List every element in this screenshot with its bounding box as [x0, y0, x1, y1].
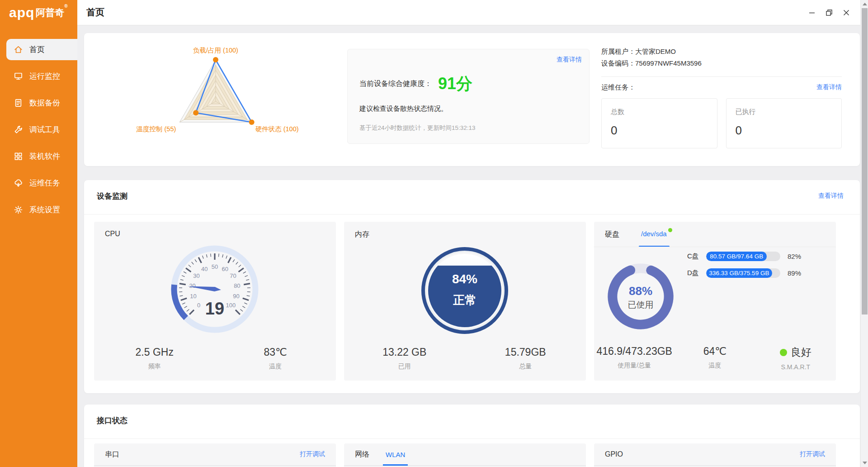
partition-bar-track: 80.57 GB/97.64 GB	[706, 252, 780, 261]
disk-device-tab[interactable]: /dev/sda	[641, 230, 667, 238]
vertical-scrollbar[interactable]	[860, 0, 868, 467]
tenant-info: 所属租户：大管家DEMO 设备编码：756997NWF45M3596 运维任务：…	[601, 46, 842, 148]
scrollbar-thumb[interactable]	[862, 8, 868, 315]
wrench-icon	[13, 124, 24, 135]
metric: 15.79GB总量	[465, 346, 586, 371]
partition-percent: 89%	[788, 269, 801, 277]
svg-text:负载/占用 (100): 负载/占用 (100)	[193, 47, 238, 54]
device-code-line: 设备编码：756997NWF45M3596	[601, 57, 842, 69]
health-score-label: 当前设备综合健康度：	[359, 79, 432, 89]
svg-text:60: 60	[222, 266, 228, 272]
health-radar-chart: 负载/占用 (100)温度控制 (55)硬件状态 (100)	[107, 33, 324, 169]
memory-card-title: 内存	[355, 230, 369, 239]
svg-text:19: 19	[205, 299, 224, 318]
interface-card-title: GPIO	[605, 450, 623, 458]
partition-name: D盘	[687, 269, 706, 277]
smart-status-dot	[780, 349, 787, 356]
metric: 13.22 GB已用	[344, 346, 465, 371]
interface-grid: 串口打开调试网络WLANGPIO打开调试	[94, 443, 836, 467]
close-icon[interactable]	[840, 6, 853, 19]
memory-metrics: 13.22 GB已用15.79GB总量	[344, 346, 586, 371]
interface-card-title: 网络	[355, 450, 369, 459]
cpu-card: CPU 010203040506070809010019 2.5 GHz频率83…	[94, 222, 336, 381]
sidebar-item-settings[interactable]: 系统设置	[6, 199, 77, 220]
monitor-icon	[13, 71, 24, 82]
metric: 416.9/473.23GB使用量/总量	[594, 345, 675, 371]
disk-donut-chart: 88%已使用	[602, 258, 679, 335]
tenant-owner-value: 大管家DEMO	[635, 48, 676, 55]
sidebar-item-backup[interactable]: 数据备份	[6, 92, 77, 114]
home-icon	[13, 44, 24, 55]
metric-label: 温度	[675, 362, 755, 370]
page-title: 首页	[86, 6, 104, 19]
metric-label: 温度	[215, 362, 336, 371]
interface-card-header: 网络WLAN	[344, 443, 586, 466]
ops-tasks-detail-link[interactable]: 查看详情	[816, 83, 842, 92]
svg-text:40: 40	[201, 266, 208, 272]
metric-value: 13.22 GB	[344, 346, 465, 358]
sidebar-item-software[interactable]: 装机软件	[6, 146, 77, 167]
cloud-down-icon	[13, 178, 24, 189]
svg-text:100: 100	[226, 302, 236, 309]
cpu-metrics: 2.5 GHz频率83℃温度	[94, 346, 336, 371]
open-debug-link[interactable]: 打开调试	[800, 450, 825, 458]
health-advice: 建议检查设备散热状态情况。	[359, 105, 448, 113]
sidebar-item-monitor[interactable]: 运行监控	[6, 66, 77, 87]
logo-brand-text: 阿普奇®	[36, 6, 67, 19]
restore-icon[interactable]	[823, 6, 835, 19]
metric: 64℃温度	[675, 345, 755, 371]
ops-task-stats: 总数0已执行0	[601, 98, 842, 148]
scroll-down-arrow-icon[interactable]	[863, 462, 867, 464]
svg-text:20: 20	[189, 282, 195, 289]
health-score-value: 91分	[438, 73, 472, 95]
interface-card-gpio: GPIO打开调试	[594, 443, 836, 467]
titlebar: 首页	[77, 0, 868, 25]
task-stat-box: 总数0	[601, 98, 717, 148]
partition-bar-fill: 80.57 GB/97.64 GB	[706, 252, 767, 261]
metric-label: 总量	[465, 362, 586, 371]
memory-card: 内存 84%正常 13.22 GB已用15.79GB总量	[344, 222, 586, 381]
gear-icon	[13, 205, 24, 215]
metric-value: 416.9/473.23GB	[594, 345, 675, 357]
grid-icon	[13, 151, 24, 162]
health-panel: 查看详情 当前设备综合健康度： 91分 建议检查设备散热状态情况。 基于近24小…	[347, 49, 590, 144]
interface-status-card: 接口状态 串口打开调试网络WLANGPIO打开调试	[84, 405, 860, 467]
interface-card-serial: 串口打开调试	[94, 443, 336, 467]
interface-divider	[84, 438, 860, 439]
scroll-up-arrow-icon[interactable]	[863, 3, 867, 5]
metric-label: S.M.A.R.T	[755, 363, 836, 371]
metric-value: 15.79GB	[465, 346, 586, 358]
database-icon	[13, 98, 24, 109]
device-code-value: 756997NWF45M3596	[635, 59, 702, 67]
sidebar-item-label: 运维任务	[29, 178, 60, 188]
interface-tab-wlan[interactable]: WLAN	[386, 451, 405, 458]
cpu-card-title: CPU	[105, 230, 120, 238]
svg-text:80: 80	[234, 282, 240, 289]
metric-label: 使用量/总量	[594, 362, 675, 370]
sidebar-item-tools[interactable]: 调试工具	[6, 119, 77, 140]
svg-text:70: 70	[230, 272, 236, 279]
open-debug-link[interactable]: 打开调试	[300, 450, 325, 458]
sidebar-item-label: 系统设置	[29, 205, 60, 215]
cpu-gauge-chart: 010203040506070809010019	[154, 228, 276, 350]
metric-label: 频率	[94, 362, 215, 371]
memory-liquid-chart: 84%正常	[420, 245, 510, 336]
health-detail-link[interactable]: 查看详情	[557, 56, 582, 64]
task-stat-box: 已执行0	[726, 98, 842, 148]
interface-section-title: 接口状态	[97, 415, 127, 426]
sidebar-item-home[interactable]: 首页	[6, 39, 77, 60]
minimize-icon[interactable]	[806, 6, 818, 19]
svg-text:正常: 正常	[453, 293, 476, 307]
interface-card-header: 串口打开调试	[94, 443, 336, 466]
metric-value: 64℃	[675, 345, 755, 357]
monitor-grid: CPU 010203040506070809010019 2.5 GHz频率83…	[94, 222, 836, 381]
disk-status-dot	[668, 228, 672, 232]
sidebar-item-tasks[interactable]: 运维任务	[6, 172, 77, 194]
disk-card-title: 硬盘	[605, 230, 619, 239]
tenant-divider	[601, 76, 842, 77]
monitor-detail-link[interactable]: 查看详情	[818, 192, 844, 200]
svg-text:10: 10	[190, 293, 196, 300]
task-stat-value: 0	[611, 124, 717, 138]
monitor-section-title: 设备监测	[97, 191, 127, 201]
interface-card-title: 串口	[105, 450, 119, 459]
